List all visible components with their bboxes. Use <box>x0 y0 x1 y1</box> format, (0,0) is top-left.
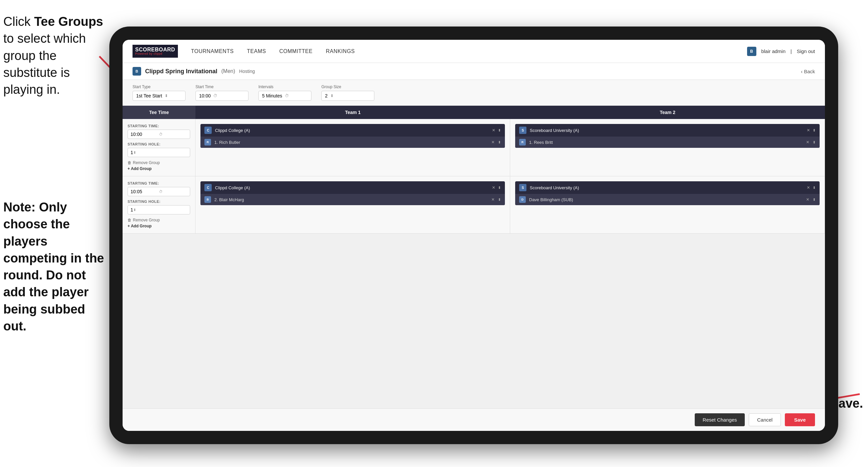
group-size-label: Group Size <box>321 85 374 89</box>
add-group-label-2: + Add Group <box>128 224 152 228</box>
team2-col-2: S Scoreboard University (A) ✕ ⬍ D Dave B… <box>510 176 825 233</box>
main-content: STARTING TIME: 10:00 ⏱ STARTING HOLE: 1 … <box>123 119 825 408</box>
team2-actions-2: ✕ ⬍ <box>807 185 816 190</box>
starting-hole-label-1: STARTING HOLE: <box>128 142 190 146</box>
group-size-input[interactable]: 2 ⬍ <box>321 91 374 101</box>
navbar: SCOREBOARD Powered by clippd TOURNAMENTS… <box>123 40 825 63</box>
player-name-2-1: 1. Rees Britt <box>529 140 803 145</box>
team1-name-2: Clippd College (A) <box>215 185 489 190</box>
team1-col-2: C Clippd College (A) ✕ ⬍ B 2. Blair McHa… <box>195 176 510 233</box>
player-avatar-2-2: D <box>519 196 526 203</box>
intervals-label: Intervals <box>258 85 311 89</box>
player-avatar-1-2: B <box>205 196 211 203</box>
logo-area: SCOREBOARD Powered by clippd <box>132 45 178 58</box>
add-group-link-2[interactable]: + Add Group <box>128 224 190 228</box>
group-size-field: Group Size 2 ⬍ <box>321 85 374 101</box>
nav-teams[interactable]: TEAMS <box>247 47 266 56</box>
hosting-badge: Hosting <box>239 68 255 74</box>
starting-time-label-2: STARTING TIME: <box>128 181 190 185</box>
team1-col-1: C Clippd College (A) ✕ ⬍ R 1. Rich Butle… <box>195 119 510 176</box>
player-name-1-1: 1. Rich Butler <box>214 140 488 145</box>
starting-time-input-1[interactable]: 10:00 ⏱ <box>128 129 190 139</box>
team1-name-1: Clippd College (A) <box>215 128 489 133</box>
player-name-2-2: Dave Billingham (SUB) <box>529 197 803 202</box>
time-clock-icon-1: ⏱ <box>159 132 187 136</box>
table-header: Tee Time Team 1 Team 2 <box>123 106 825 119</box>
nav-tournaments[interactable]: TOURNAMENTS <box>191 47 234 56</box>
scoreboard-logo: SCOREBOARD Powered by clippd <box>132 45 178 58</box>
team1-remove-1[interactable]: ✕ <box>492 128 495 133</box>
time-col-1: STARTING TIME: 10:00 ⏱ STARTING HOLE: 1 … <box>123 119 195 176</box>
player-remove-1-1[interactable]: ✕ <box>491 140 495 145</box>
start-type-input[interactable]: 1st Tee Start ⬍ <box>132 91 186 101</box>
starting-hole-input-2[interactable]: 1 ⬍ <box>128 205 190 214</box>
starting-hole-value-2: 1 <box>130 207 133 212</box>
team1-avatar-2: C <box>205 184 212 191</box>
nav-committee[interactable]: COMMITTEE <box>279 47 313 56</box>
team1-spinner-2: ⬍ <box>498 185 501 190</box>
nav-rankings[interactable]: RANKINGS <box>326 47 355 56</box>
player-spinner-1-2: ⬍ <box>498 198 501 202</box>
logo-powered: Powered by clippd <box>135 52 175 56</box>
nav-separator: | <box>790 49 792 54</box>
player-name-1-2: 2. Blair McHarg <box>214 197 488 202</box>
sub-header: B Clippd Spring Invitational (Men) Hosti… <box>123 63 825 80</box>
player-row-2-2: D Dave Billingham (SUB) ✕ ⬍ <box>515 194 819 205</box>
cancel-button[interactable]: Cancel <box>749 413 781 426</box>
team2-name-1: Scoreboard University (A) <box>530 128 803 133</box>
starting-hole-input-1[interactable]: 1 ⬍ <box>128 148 190 157</box>
start-type-field: Start Type 1st Tee Start ⬍ <box>132 85 186 101</box>
start-type-label: Start Type <box>132 85 186 89</box>
start-time-spinner: ⏱ <box>213 93 217 98</box>
team2-name-2: Scoreboard University (A) <box>530 185 803 190</box>
th-team1: Team 1 <box>195 106 510 119</box>
player-row-1-1: R 1. Rich Butler ✕ ⬍ <box>200 137 505 148</box>
team2-remove-1[interactable]: ✕ <box>807 128 810 133</box>
th-tee-time: Tee Time <box>123 106 195 119</box>
start-time-input[interactable]: 10:00 ⏱ <box>195 91 248 101</box>
team2-card-2: S Scoreboard University (A) ✕ ⬍ D Dave B… <box>515 181 819 205</box>
player-avatar-2-1: R <box>519 139 526 146</box>
admin-avatar: B <box>747 47 756 56</box>
team1-card-header-2: C Clippd College (A) ✕ ⬍ <box>200 181 505 194</box>
team1-actions-2: ✕ ⬍ <box>492 185 501 190</box>
starting-time-input-2[interactable]: 10:05 ⏱ <box>128 187 190 196</box>
remove-group-link-2[interactable]: 🗑 Remove Group <box>128 218 190 223</box>
team2-spinner-1: ⬍ <box>813 128 816 133</box>
team2-remove-2[interactable]: ✕ <box>807 185 810 190</box>
note-instruction: Note: Only choose the players competing … <box>3 199 106 335</box>
starting-time-label-1: STARTING TIME: <box>128 124 190 128</box>
remove-group-icon-1: 🗑 <box>128 160 131 165</box>
player-remove-2-1[interactable]: ✕ <box>806 140 809 145</box>
add-group-label-1: + Add Group <box>128 166 152 171</box>
starting-time-value-1: 10:00 <box>130 132 159 137</box>
team1-card-1: C Clippd College (A) ✕ ⬍ R 1. Rich Butle… <box>200 124 505 148</box>
player-row-1-2: B 2. Blair McHarg ✕ ⬍ <box>200 194 505 205</box>
player-spinner-2-2: ⬍ <box>813 198 816 202</box>
tablet-device: SCOREBOARD Powered by clippd TOURNAMENTS… <box>109 27 838 444</box>
tee-group-row-2: STARTING TIME: 10:05 ⏱ STARTING HOLE: 1 … <box>123 176 825 234</box>
player-spinner-1-1: ⬍ <box>498 140 501 145</box>
team1-actions-1: ✕ ⬍ <box>492 128 501 133</box>
team1-card-header-1: C Clippd College (A) ✕ ⬍ <box>200 124 505 137</box>
back-link[interactable]: ‹ Back <box>801 68 815 74</box>
sign-out-link[interactable]: Sign out <box>797 49 815 54</box>
team1-remove-2[interactable]: ✕ <box>492 185 495 190</box>
main-instruction: Click Tee Groups to select which group t… <box>3 13 106 98</box>
reset-changes-button[interactable]: Reset Changes <box>695 413 745 426</box>
remove-group-link-1[interactable]: 🗑 Remove Group <box>128 160 190 165</box>
time-col-2: STARTING TIME: 10:05 ⏱ STARTING HOLE: 1 … <box>123 176 195 233</box>
intervals-input[interactable]: 5 Minutes ⏱ <box>258 91 311 101</box>
sub-header-left: B Clippd Spring Invitational (Men) Hosti… <box>132 67 255 76</box>
note-bold-label: Note: Only choose the players competing … <box>3 200 104 333</box>
starting-time-value-2: 10:05 <box>130 189 159 194</box>
start-time-label: Start Time <box>195 85 248 89</box>
hole-spinner-1: ⬍ <box>133 150 136 155</box>
logo-title: SCOREBOARD <box>135 47 175 52</box>
save-button[interactable]: Save <box>785 413 815 426</box>
team2-card-header-2: S Scoreboard University (A) ✕ ⬍ <box>515 181 819 194</box>
team2-card-1: S Scoreboard University (A) ✕ ⬍ R 1. Ree… <box>515 124 819 148</box>
player-remove-2-2[interactable]: ✕ <box>806 197 809 202</box>
player-remove-1-2[interactable]: ✕ <box>491 197 495 202</box>
add-group-link-1[interactable]: + Add Group <box>128 166 190 171</box>
